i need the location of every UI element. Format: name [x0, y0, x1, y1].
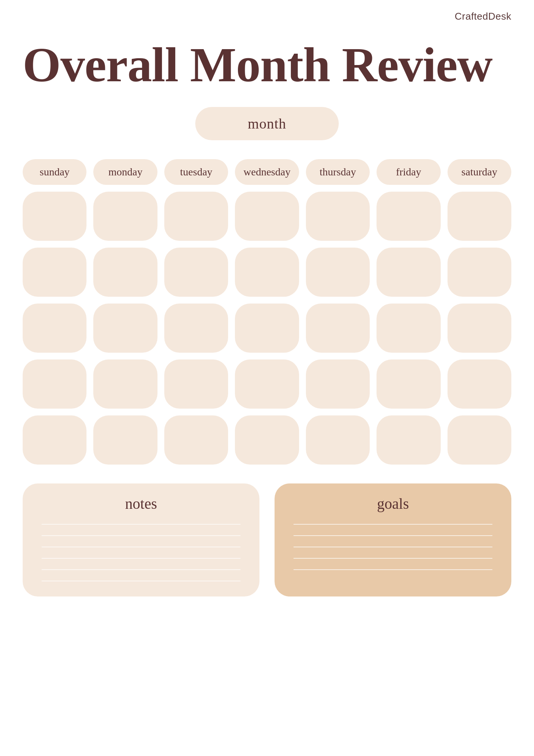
day-cell[interactable] [306, 304, 370, 353]
day-cell[interactable] [448, 192, 511, 241]
brand-label: CraftedDesk [455, 11, 511, 22]
day-cell[interactable] [93, 304, 157, 353]
day-cell[interactable] [164, 359, 228, 409]
day-header-monday: monday [93, 159, 157, 185]
notes-line [42, 581, 241, 581]
calendar-row-3 [23, 359, 511, 409]
day-cell[interactable] [93, 192, 157, 241]
calendar-body [23, 192, 511, 465]
day-cell[interactable] [306, 359, 370, 409]
day-header-sunday: sunday [23, 159, 86, 185]
day-header-saturday: saturday [448, 159, 511, 185]
day-cell[interactable] [377, 192, 440, 241]
notes-box: notes [23, 483, 259, 596]
goals-line [293, 535, 492, 536]
day-cell[interactable] [306, 248, 370, 297]
day-cell[interactable] [306, 192, 370, 241]
notes-lines [38, 524, 244, 581]
calendar-row-1 [23, 248, 511, 297]
notes-line [42, 547, 241, 547]
bottom-section: notes goals [23, 483, 511, 596]
notes-line [42, 569, 241, 570]
day-cell[interactable] [164, 192, 228, 241]
notes-line [42, 524, 241, 525]
day-cell[interactable] [235, 359, 299, 409]
goals-title: goals [290, 495, 496, 513]
day-cell[interactable] [448, 415, 511, 465]
day-cell[interactable] [93, 248, 157, 297]
day-cell[interactable] [235, 192, 299, 241]
day-header-wednesday: wednesday [235, 159, 299, 185]
goals-box: goals [275, 483, 511, 596]
calendar-row-0 [23, 192, 511, 241]
day-headers-row: sundaymondaytuesdaywednesdaythursdayfrid… [23, 159, 511, 185]
day-cell[interactable] [23, 359, 86, 409]
day-cell[interactable] [23, 304, 86, 353]
day-cell[interactable] [93, 359, 157, 409]
day-cell[interactable] [377, 248, 440, 297]
day-header-friday: friday [377, 159, 440, 185]
day-cell[interactable] [23, 415, 86, 465]
day-cell[interactable] [23, 248, 86, 297]
notes-line [42, 535, 241, 536]
month-input[interactable]: month [195, 107, 339, 140]
day-cell[interactable] [377, 359, 440, 409]
day-cell[interactable] [448, 359, 511, 409]
day-cell[interactable] [164, 248, 228, 297]
day-cell[interactable] [235, 415, 299, 465]
notes-title: notes [38, 495, 244, 513]
day-cell[interactable] [235, 248, 299, 297]
day-header-thursday: thursday [306, 159, 370, 185]
day-cell[interactable] [377, 304, 440, 353]
day-cell[interactable] [235, 304, 299, 353]
goals-line [293, 547, 492, 547]
goals-lines [290, 524, 496, 570]
day-header-tuesday: tuesday [164, 159, 228, 185]
notes-line [42, 558, 241, 559]
month-field: month [23, 107, 511, 140]
day-cell[interactable] [23, 192, 86, 241]
day-cell[interactable] [306, 415, 370, 465]
goals-line [293, 524, 492, 525]
day-cell[interactable] [164, 304, 228, 353]
day-cell[interactable] [164, 415, 228, 465]
day-cell[interactable] [93, 415, 157, 465]
day-cell[interactable] [448, 248, 511, 297]
goals-line [293, 558, 492, 559]
calendar-row-2 [23, 304, 511, 353]
calendar-grid: sundaymondaytuesdaywednesdaythursdayfrid… [23, 159, 511, 465]
day-cell[interactable] [448, 304, 511, 353]
goals-line [293, 569, 492, 570]
calendar-row-4 [23, 415, 511, 465]
page-title: Overall Month Review [23, 38, 511, 92]
day-cell[interactable] [377, 415, 440, 465]
page: CraftedDesk Overall Month Review month s… [0, 0, 534, 756]
